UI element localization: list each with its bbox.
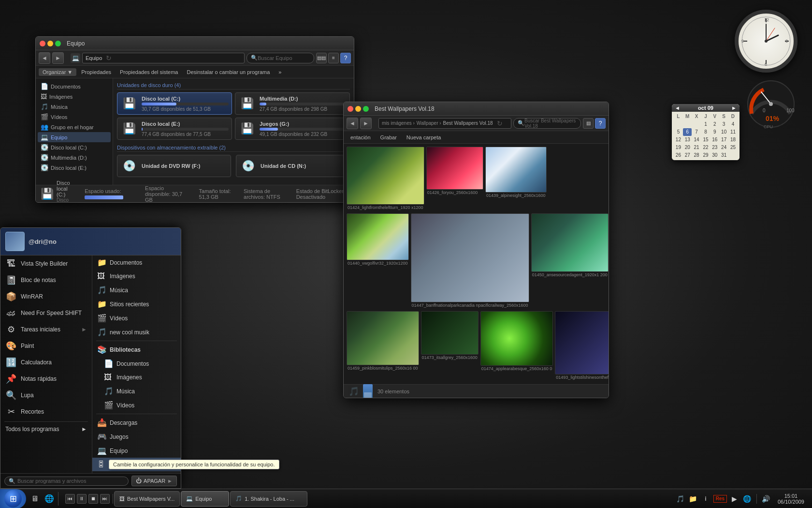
search-bar[interactable]: 🔍 Buscar Equipo [246, 53, 314, 63]
drive-cd[interactable]: 💿 Unidad de CD (N:) [236, 155, 350, 177]
tray-music-icon[interactable]: 🎵 [676, 494, 685, 504]
nav-musica[interactable]: 🎵 Música [38, 102, 111, 112]
ql-ie[interactable]: 🌐 [43, 492, 56, 506]
all-programs-btn[interactable]: Todos los programas ► [0, 423, 92, 435]
view-toggle[interactable]: ▤▤ [316, 53, 327, 63]
media-next-btn[interactable]: ⏭ [100, 494, 110, 504]
minimize-btn[interactable] [47, 41, 53, 46]
start-tareas[interactable]: ⚙ Tareas iniciales ► [0, 321, 92, 338]
wallpaper-fwd-btn[interactable]: ► [360, 118, 372, 129]
photo-8[interactable]: 01459_pinkblosmitulips_2560x16 00 [347, 311, 419, 380]
drive-c[interactable]: 💾 Disco local (C:) 30,7 GB disponibles d… [117, 92, 232, 115]
start-right-videos[interactable]: 🎬 Vídeos [92, 311, 181, 325]
back-button[interactable]: ◄ [39, 52, 50, 64]
start-right-musik[interactable]: 🎵 new cool musik [92, 325, 181, 339]
start-bloc-notas[interactable]: 📓 Bloc de notas [0, 272, 92, 288]
wallpaper-maximize-btn[interactable] [363, 106, 369, 112]
nav-disco-c[interactable]: 💽 Disco local (C:) [38, 142, 111, 152]
ql-show-desktop[interactable]: 🖥 [28, 492, 42, 506]
tray-res-icon[interactable]: Res [713, 495, 727, 503]
photo-4[interactable]: 01440_vwgolfivr32_1920x1200 [347, 213, 409, 308]
drive-g[interactable]: 💾 Juegos (G:) 49,1 GB disponibles de 232… [235, 118, 350, 140]
start-right-dispositivos[interactable]: 📱 Dispositiv... [92, 471, 181, 473]
tray-folder-icon[interactable]: 📁 [688, 494, 698, 504]
close-btn[interactable] [40, 41, 45, 46]
start-right-descargas[interactable]: 📥 Descargas [92, 416, 181, 430]
taskbar-media-track[interactable]: 🎵 1. Shakira - Loba - ... [230, 491, 307, 507]
wallpaper-menu-new-folder[interactable]: Nueva carpeta [403, 134, 445, 141]
media-play-btn[interactable]: ⏸ [77, 494, 87, 504]
calendar-header[interactable]: ◄ oct 09 ► [672, 104, 740, 112]
start-right-equipo[interactable]: 💻 Equipo [92, 444, 181, 458]
maximize-btn[interactable] [55, 41, 61, 46]
wallpaper-help-btn[interactable]: ? [595, 118, 606, 129]
start-right-lib-img[interactable]: 🖼 Imágenes [92, 371, 181, 384]
cal-next[interactable]: ► [731, 105, 737, 111]
nav-disco-e[interactable]: 💽 Disco local (E:) [38, 163, 111, 173]
address-refresh[interactable]: ↻ [106, 54, 112, 62]
wallpaper-refresh-icon[interactable]: ↻ [497, 120, 503, 127]
view-details[interactable]: ≡ [328, 53, 339, 63]
photo-6[interactable]: 01450_ansesourcedagent_1920x1 200 [531, 213, 609, 308]
shutdown-btn[interactable]: ⏻ APAGAR ► [131, 476, 177, 486]
tray-globe-icon[interactable]: 🌐 [742, 494, 752, 504]
start-calc[interactable]: 🔢 Calculadora [0, 354, 92, 371]
taskbar-clock[interactable]: 15:01 06/10/2009 [774, 493, 808, 505]
nav-multimedia-d[interactable]: 💽 Multimedia (D:) [38, 152, 111, 163]
drive-dvd[interactable]: 💿 Unidad de DVD RW (F:) [117, 155, 231, 177]
wallpaper-menu-presentation[interactable]: entación [347, 134, 375, 141]
start-right-lib-vid[interactable]: 🎬 Vídeos [92, 398, 181, 412]
start-right-panel-control[interactable]: 🎛 Panel de control [92, 458, 181, 471]
start-paint[interactable]: 🎨 Paint [0, 338, 92, 354]
start-right-musica[interactable]: 🎵 Música [92, 283, 181, 297]
tray-info-icon[interactable]: i [701, 494, 710, 504]
start-right-documentos[interactable]: 📁 Documentos [92, 255, 181, 269]
start-button[interactable]: ⊞ [0, 489, 26, 508]
nav-grupo[interactable]: 👥 Grupo en el hogar [38, 122, 111, 132]
nav-documentos[interactable]: 📄 Documentos [38, 81, 111, 91]
photo-10[interactable]: 01474_applearabesque_2560x160 0 [480, 311, 553, 380]
wallpaper-close-btn[interactable] [348, 106, 353, 112]
start-lupa[interactable]: 🔍 Lupa [0, 387, 92, 403]
photo-3[interactable]: 01439_alpinesight_2560x1600 [485, 147, 547, 210]
photo-11[interactable]: 01493_lightstilshinesonthefair_1 920x120… [555, 311, 609, 380]
start-right-lib-docs[interactable]: 📄 Documentos [92, 357, 181, 371]
taskbar-equipo-btn[interactable]: 💻 Equipo [181, 491, 229, 507]
nav-videos[interactable]: 🎬 Vídeos [38, 112, 111, 122]
drive-e[interactable]: 💾 Disco local (E:) 77,4 GB disponibles d… [117, 118, 232, 140]
start-vista-style[interactable]: 🏗 Vista Style Builder [0, 255, 92, 272]
cal-prev[interactable]: ◄ [675, 105, 680, 111]
wallpaper-view-toggle[interactable]: ▤ [583, 118, 594, 129]
wallpaper-menu-grabar[interactable]: Grabar [377, 134, 401, 141]
start-nfs[interactable]: 🏎 Need For Speed SHIFT [0, 305, 92, 321]
start-right-sitios[interactable]: 📁 Sitios recientes [92, 297, 181, 311]
forward-button[interactable]: ► [52, 52, 64, 64]
start-right-lib-mus[interactable]: 🎵 Música [92, 384, 181, 398]
tray-volume-icon[interactable]: 🔊 [761, 494, 771, 504]
photo-5[interactable]: 01447_banffnationalparkcanadia npacificr… [411, 213, 529, 308]
media-prev-btn[interactable]: ⏮ [65, 494, 75, 504]
nav-equipo[interactable]: 💻 Equipo [38, 132, 111, 142]
address-bar[interactable]: Equipo ↻ [82, 53, 245, 63]
menu-organizar[interactable]: Organizar ▼ [39, 68, 76, 76]
help-button[interactable]: ? [340, 53, 351, 63]
photo-1[interactable]: 01424_lightfromtheleftturn_1920 x1200 [347, 147, 424, 210]
tray-play-icon[interactable]: ▶ [730, 494, 740, 504]
nav-imagenes[interactable]: 🖼 Imágenes [38, 91, 111, 102]
media-stop-btn[interactable]: ⏹ [88, 494, 98, 504]
taskbar-wallpaper-btn[interactable]: 🖼 Best Wallpapers V... [114, 491, 180, 507]
menu-more[interactable]: » [275, 68, 285, 76]
start-right-imagenes[interactable]: 🖼 Imágenes [92, 269, 181, 283]
start-right-juegos[interactable]: 🎮 Juegos [92, 430, 181, 444]
wallpaper-minimize-btn[interactable] [355, 106, 361, 112]
start-winrar[interactable]: 📦 WinRAR [0, 288, 92, 305]
menu-desinstalar[interactable]: Desinstalar o cambiar un programa [183, 68, 274, 76]
start-right-bibliotecas[interactable]: 📚 Bibliotecas [92, 343, 181, 357]
photo-2[interactable]: 01426_foryou_2560x1600 [426, 147, 483, 210]
menu-propiedades[interactable]: Propiedades [77, 68, 115, 76]
start-recortes[interactable]: ✂ Recortes [0, 403, 92, 420]
start-search-box[interactable]: 🔍 Buscar programas y archivos [4, 477, 129, 486]
drive-d[interactable]: 💾 Multimedia (D:) 27,4 GB disponibles de… [235, 92, 350, 115]
wallpaper-address-bar[interactable]: mis imágenes › Wallpaper › Best Wallpape… [378, 118, 511, 129]
wallpaper-back-btn[interactable]: ◄ [347, 118, 358, 129]
